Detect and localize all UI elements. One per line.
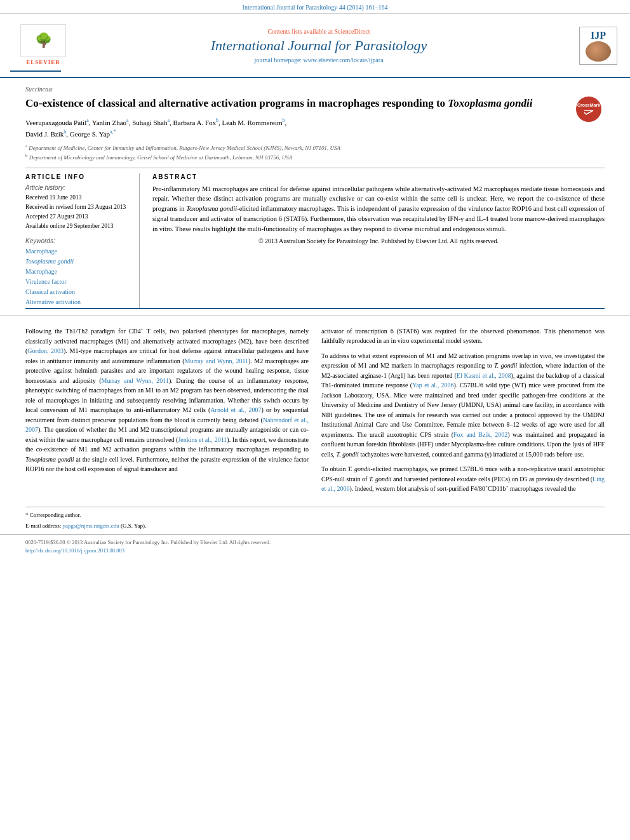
citation-text: International Journal for Parasitology 4… (243, 4, 388, 11)
body-para-3: To address to what extent expression of … (321, 351, 605, 460)
corresponding-author: * Corresponding author. (25, 511, 605, 520)
article-title: Co-existence of classical and alternativ… (25, 97, 605, 110)
svg-point-0 (578, 98, 600, 120)
sciencedirect-line: Contents lists available at ScienceDirec… (67, 28, 570, 35)
available-date: Available online 29 September 2013 (25, 222, 129, 230)
abstract-copyright: © 2013 Australian Society for Parasitolo… (152, 237, 605, 244)
email-link[interactable]: yapgs@njms.rutgers.edu (62, 523, 119, 529)
abstract-text: Pro-inflammatory M1 macrophages are crit… (152, 184, 605, 234)
elsevier-logo-box: 🌳 (20, 24, 66, 57)
sciencedirect-link-text[interactable]: ScienceDirect (334, 28, 370, 35)
section-label: Succinctus (25, 86, 605, 93)
abstract-col: ABSTRACT Pro-inflammatory M1 macrophages… (152, 173, 605, 308)
affiliation-a: a Department of Medicine, Center for Imm… (25, 143, 605, 153)
journal-center: Contents lists available at ScienceDirec… (61, 28, 577, 63)
journal-homepage: journal homepage: www.elsevier.com/locat… (67, 57, 570, 63)
journal-header: 🌳 ELSEVIER Contents lists available at S… (0, 14, 630, 78)
authors: Veerupaxagouda Patila, Yanlin Zhaoa, Suh… (25, 117, 605, 140)
journal-citation: International Journal for Parasitology 4… (0, 0, 630, 14)
revised-date: Received in revised form 23 August 2013 (25, 203, 129, 211)
elsevier-logo-area: 🌳 ELSEVIER (10, 19, 61, 72)
elsevier-wordmark: ELSEVIER (26, 59, 60, 65)
divider-after-affiliations (25, 168, 605, 168)
homepage-url[interactable]: www.elsevier.com/locate/ijpara (304, 57, 384, 63)
keyword-5: Classical activation (25, 288, 129, 297)
footer-bar: 0020-7519/$36.00 © 2013 Australian Socie… (0, 534, 630, 559)
keywords-section: Keywords: Macrophage Toxoplasma gondii M… (25, 237, 129, 307)
abstract-header: ABSTRACT (152, 173, 605, 180)
footer-issn: 0020-7519/$36.00 © 2013 Australian Socie… (25, 538, 605, 547)
accepted-date: Accepted 27 August 2013 (25, 213, 129, 221)
keyword-4: Virulence factor (25, 277, 129, 286)
keyword-1: Macrophage (25, 247, 129, 256)
ijp-badge-box: IJP (579, 27, 617, 65)
journal-title: International Journal for Parasitology (67, 37, 570, 54)
article-info-col: ARTICLE INFO Article history: Received 1… (25, 173, 140, 308)
ijp-badge-area: IJP (577, 27, 620, 65)
main-separator (25, 308, 605, 309)
footer-doi: http://dx.doi.org/10.1016/j.ijpara.2013.… (25, 547, 605, 555)
keyword-6: Alternative activation (25, 298, 129, 307)
main-body: Following the Th1/Th2 paradigm for CD4+ … (0, 316, 630, 507)
ijp-snail-image (586, 41, 611, 62)
svg-text:CrossMark: CrossMark (577, 103, 600, 107)
ijp-letters: IJP (591, 30, 606, 41)
doi-link[interactable]: http://dx.doi.org/10.1016/j.ijpara.2013.… (25, 547, 124, 554)
crossmark-icon: CrossMark (576, 97, 601, 122)
body-para-4: To obtain T. gondii-elicited macrophages… (321, 464, 605, 494)
body-para-1: Following the Th1/Th2 paradigm for CD4+ … (25, 326, 309, 474)
affiliation-b: b Department of Microbiology and Immunol… (25, 152, 605, 163)
article-info-header: ARTICLE INFO (25, 173, 129, 180)
body-left-col: Following the Th1/Th2 paradigm for CD4+ … (25, 326, 309, 499)
body-para-2: activator of transcription 6 (STAT6) was… (321, 326, 605, 346)
footnote-section: * Corresponding author. E-mail address: … (25, 507, 605, 530)
crossmark-badge[interactable]: CrossMark (576, 97, 605, 125)
article-main: Succinctus Co-existence of classical and… (0, 78, 630, 308)
elsevier-tree-icon: 🌳 (35, 32, 52, 49)
affiliations: a Department of Medicine, Center for Imm… (25, 143, 605, 163)
history-label: Article history: (25, 184, 129, 191)
keyword-2: Toxoplasma gondii (25, 257, 129, 266)
keywords-label: Keywords: (25, 237, 129, 244)
email-line: E-mail address: yapgs@njms.rutgers.edu (… (25, 522, 605, 531)
article-info-abstract: ARTICLE INFO Article history: Received 1… (25, 173, 605, 308)
body-right-col: activator of transcription 6 (STAT6) was… (321, 326, 605, 499)
received-date: Received 19 June 2013 (25, 194, 129, 202)
keyword-3: Macrophage (25, 267, 129, 276)
